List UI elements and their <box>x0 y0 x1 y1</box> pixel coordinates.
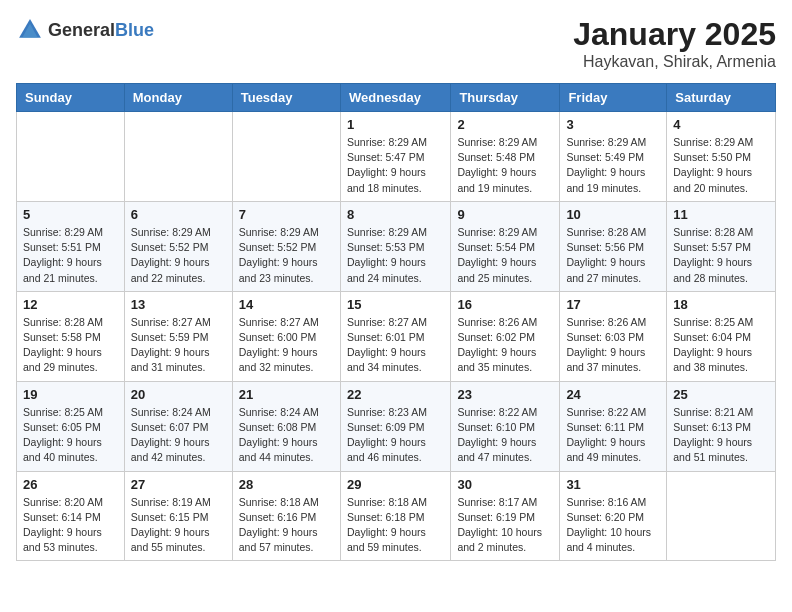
weekday-header-sunday: Sunday <box>17 84 125 112</box>
day-number: 17 <box>566 297 660 312</box>
day-number: 3 <box>566 117 660 132</box>
calendar-body: 1Sunrise: 8:29 AM Sunset: 5:47 PM Daylig… <box>17 112 776 561</box>
day-detail: Sunrise: 8:27 AM Sunset: 6:00 PM Dayligh… <box>239 315 334 376</box>
calendar-cell: 1Sunrise: 8:29 AM Sunset: 5:47 PM Daylig… <box>340 112 450 202</box>
day-detail: Sunrise: 8:20 AM Sunset: 6:14 PM Dayligh… <box>23 495 118 556</box>
day-number: 16 <box>457 297 553 312</box>
weekday-header-saturday: Saturday <box>667 84 776 112</box>
month-title: January 2025 <box>573 16 776 53</box>
calendar-cell: 20Sunrise: 8:24 AM Sunset: 6:07 PM Dayli… <box>124 381 232 471</box>
calendar-cell: 18Sunrise: 8:25 AM Sunset: 6:04 PM Dayli… <box>667 291 776 381</box>
calendar-cell: 27Sunrise: 8:19 AM Sunset: 6:15 PM Dayli… <box>124 471 232 561</box>
calendar-week-row: 1Sunrise: 8:29 AM Sunset: 5:47 PM Daylig… <box>17 112 776 202</box>
day-detail: Sunrise: 8:29 AM Sunset: 5:53 PM Dayligh… <box>347 225 444 286</box>
day-number: 28 <box>239 477 334 492</box>
calendar-cell <box>124 112 232 202</box>
day-number: 10 <box>566 207 660 222</box>
day-number: 11 <box>673 207 769 222</box>
day-detail: Sunrise: 8:16 AM Sunset: 6:20 PM Dayligh… <box>566 495 660 556</box>
logo-text-general: General <box>48 20 115 40</box>
calendar-header-row: SundayMondayTuesdayWednesdayThursdayFrid… <box>17 84 776 112</box>
day-number: 27 <box>131 477 226 492</box>
day-number: 21 <box>239 387 334 402</box>
calendar-cell <box>667 471 776 561</box>
calendar-week-row: 26Sunrise: 8:20 AM Sunset: 6:14 PM Dayli… <box>17 471 776 561</box>
day-number: 12 <box>23 297 118 312</box>
calendar-cell: 28Sunrise: 8:18 AM Sunset: 6:16 PM Dayli… <box>232 471 340 561</box>
day-detail: Sunrise: 8:29 AM Sunset: 5:49 PM Dayligh… <box>566 135 660 196</box>
calendar-cell: 21Sunrise: 8:24 AM Sunset: 6:08 PM Dayli… <box>232 381 340 471</box>
day-number: 7 <box>239 207 334 222</box>
day-number: 23 <box>457 387 553 402</box>
calendar-cell: 5Sunrise: 8:29 AM Sunset: 5:51 PM Daylig… <box>17 201 125 291</box>
calendar-cell: 19Sunrise: 8:25 AM Sunset: 6:05 PM Dayli… <box>17 381 125 471</box>
day-detail: Sunrise: 8:28 AM Sunset: 5:58 PM Dayligh… <box>23 315 118 376</box>
day-detail: Sunrise: 8:26 AM Sunset: 6:02 PM Dayligh… <box>457 315 553 376</box>
day-detail: Sunrise: 8:29 AM Sunset: 5:48 PM Dayligh… <box>457 135 553 196</box>
weekday-header-thursday: Thursday <box>451 84 560 112</box>
day-number: 22 <box>347 387 444 402</box>
day-number: 18 <box>673 297 769 312</box>
day-number: 31 <box>566 477 660 492</box>
day-number: 9 <box>457 207 553 222</box>
day-detail: Sunrise: 8:28 AM Sunset: 5:57 PM Dayligh… <box>673 225 769 286</box>
day-detail: Sunrise: 8:25 AM Sunset: 6:04 PM Dayligh… <box>673 315 769 376</box>
page-header: GeneralBlue January 2025 Haykavan, Shira… <box>16 16 776 71</box>
day-detail: Sunrise: 8:29 AM Sunset: 5:47 PM Dayligh… <box>347 135 444 196</box>
day-detail: Sunrise: 8:29 AM Sunset: 5:52 PM Dayligh… <box>239 225 334 286</box>
calendar-cell: 25Sunrise: 8:21 AM Sunset: 6:13 PM Dayli… <box>667 381 776 471</box>
day-detail: Sunrise: 8:29 AM Sunset: 5:51 PM Dayligh… <box>23 225 118 286</box>
calendar-cell: 13Sunrise: 8:27 AM Sunset: 5:59 PM Dayli… <box>124 291 232 381</box>
day-number: 15 <box>347 297 444 312</box>
day-detail: Sunrise: 8:24 AM Sunset: 6:08 PM Dayligh… <box>239 405 334 466</box>
calendar-cell: 9Sunrise: 8:29 AM Sunset: 5:54 PM Daylig… <box>451 201 560 291</box>
day-detail: Sunrise: 8:18 AM Sunset: 6:16 PM Dayligh… <box>239 495 334 556</box>
day-detail: Sunrise: 8:27 AM Sunset: 5:59 PM Dayligh… <box>131 315 226 376</box>
calendar-cell: 3Sunrise: 8:29 AM Sunset: 5:49 PM Daylig… <box>560 112 667 202</box>
calendar-cell: 11Sunrise: 8:28 AM Sunset: 5:57 PM Dayli… <box>667 201 776 291</box>
calendar-cell: 31Sunrise: 8:16 AM Sunset: 6:20 PM Dayli… <box>560 471 667 561</box>
title-section: January 2025 Haykavan, Shirak, Armenia <box>573 16 776 71</box>
day-detail: Sunrise: 8:29 AM Sunset: 5:54 PM Dayligh… <box>457 225 553 286</box>
calendar-cell: 26Sunrise: 8:20 AM Sunset: 6:14 PM Dayli… <box>17 471 125 561</box>
logo-text-blue: Blue <box>115 20 154 40</box>
calendar-cell: 22Sunrise: 8:23 AM Sunset: 6:09 PM Dayli… <box>340 381 450 471</box>
calendar-cell: 23Sunrise: 8:22 AM Sunset: 6:10 PM Dayli… <box>451 381 560 471</box>
day-number: 5 <box>23 207 118 222</box>
calendar-cell: 14Sunrise: 8:27 AM Sunset: 6:00 PM Dayli… <box>232 291 340 381</box>
day-detail: Sunrise: 8:17 AM Sunset: 6:19 PM Dayligh… <box>457 495 553 556</box>
day-detail: Sunrise: 8:28 AM Sunset: 5:56 PM Dayligh… <box>566 225 660 286</box>
calendar-cell <box>17 112 125 202</box>
calendar-table: SundayMondayTuesdayWednesdayThursdayFrid… <box>16 83 776 561</box>
calendar-cell: 6Sunrise: 8:29 AM Sunset: 5:52 PM Daylig… <box>124 201 232 291</box>
day-detail: Sunrise: 8:22 AM Sunset: 6:10 PM Dayligh… <box>457 405 553 466</box>
calendar-week-row: 12Sunrise: 8:28 AM Sunset: 5:58 PM Dayli… <box>17 291 776 381</box>
day-detail: Sunrise: 8:26 AM Sunset: 6:03 PM Dayligh… <box>566 315 660 376</box>
calendar-cell <box>232 112 340 202</box>
day-detail: Sunrise: 8:18 AM Sunset: 6:18 PM Dayligh… <box>347 495 444 556</box>
location-title: Haykavan, Shirak, Armenia <box>573 53 776 71</box>
calendar-cell: 10Sunrise: 8:28 AM Sunset: 5:56 PM Dayli… <box>560 201 667 291</box>
day-number: 4 <box>673 117 769 132</box>
day-number: 19 <box>23 387 118 402</box>
day-number: 2 <box>457 117 553 132</box>
logo-icon <box>16 16 44 44</box>
calendar-cell: 29Sunrise: 8:18 AM Sunset: 6:18 PM Dayli… <box>340 471 450 561</box>
calendar-cell: 15Sunrise: 8:27 AM Sunset: 6:01 PM Dayli… <box>340 291 450 381</box>
day-detail: Sunrise: 8:27 AM Sunset: 6:01 PM Dayligh… <box>347 315 444 376</box>
calendar-cell: 8Sunrise: 8:29 AM Sunset: 5:53 PM Daylig… <box>340 201 450 291</box>
weekday-header-friday: Friday <box>560 84 667 112</box>
logo: GeneralBlue <box>16 16 154 44</box>
weekday-header-tuesday: Tuesday <box>232 84 340 112</box>
calendar-cell: 12Sunrise: 8:28 AM Sunset: 5:58 PM Dayli… <box>17 291 125 381</box>
day-number: 24 <box>566 387 660 402</box>
day-detail: Sunrise: 8:19 AM Sunset: 6:15 PM Dayligh… <box>131 495 226 556</box>
day-detail: Sunrise: 8:22 AM Sunset: 6:11 PM Dayligh… <box>566 405 660 466</box>
day-number: 26 <box>23 477 118 492</box>
calendar-week-row: 5Sunrise: 8:29 AM Sunset: 5:51 PM Daylig… <box>17 201 776 291</box>
day-number: 1 <box>347 117 444 132</box>
weekday-header-wednesday: Wednesday <box>340 84 450 112</box>
day-number: 20 <box>131 387 226 402</box>
day-detail: Sunrise: 8:24 AM Sunset: 6:07 PM Dayligh… <box>131 405 226 466</box>
day-number: 14 <box>239 297 334 312</box>
